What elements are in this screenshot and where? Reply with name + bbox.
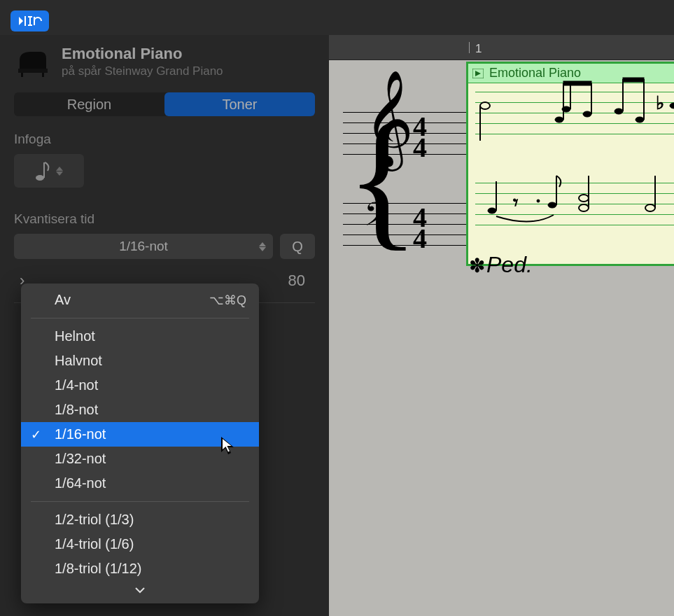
quantize-apply-button[interactable]: Q bbox=[280, 234, 315, 259]
check-icon: ✓ bbox=[31, 427, 41, 442]
quantize-label: Kvantisera tid bbox=[14, 211, 315, 227]
quantize-option[interactable]: 1/2-triol (1/3) bbox=[21, 507, 259, 532]
quantize-select[interactable]: 1/16-not bbox=[14, 234, 273, 259]
catch-playhead-button[interactable] bbox=[10, 10, 49, 31]
chevron-up-icon bbox=[56, 167, 63, 171]
svg-marker-10 bbox=[259, 247, 266, 251]
quantize-selected-value: 1/16-not bbox=[119, 239, 168, 254]
svg-marker-0 bbox=[19, 17, 23, 25]
svg-point-33 bbox=[537, 200, 540, 202]
svg-text:𝄾: 𝄾 bbox=[513, 199, 518, 206]
option-label: 1/8-not bbox=[55, 402, 98, 418]
chevron-down-icon bbox=[134, 587, 146, 594]
quantize-option[interactable]: 1/4-not bbox=[21, 373, 259, 398]
svg-point-30 bbox=[488, 208, 496, 214]
svg-rect-6 bbox=[43, 162, 45, 178]
insert-label: Infoga bbox=[14, 132, 315, 147]
bar-ruler[interactable]: 1 bbox=[329, 35, 674, 60]
quantize-option[interactable]: Halvnot bbox=[21, 349, 259, 373]
tab-region[interactable]: Region bbox=[14, 92, 164, 116]
staff-system-header: { 𝄞 𝄢 4 4 4 4 bbox=[343, 91, 469, 273]
svg-point-15 bbox=[555, 117, 563, 122]
svg-rect-1 bbox=[24, 16, 26, 26]
midi-region[interactable]: Emotional Piano bbox=[466, 62, 674, 266]
svg-point-34 bbox=[548, 202, 556, 208]
insert-note-picker[interactable] bbox=[14, 154, 84, 188]
instrument-icon-piano bbox=[14, 43, 50, 80]
option-label: Halvnot bbox=[55, 353, 102, 369]
option-label: 1/2-triol (1/3) bbox=[55, 512, 134, 528]
score-editor[interactable]: 1 { 𝄞 𝄢 4 4 4 4 Emotional Piano bbox=[329, 35, 674, 616]
timesig-bot-den: 4 bbox=[413, 228, 427, 249]
notes-glyphs: ♭ 𝄾 bbox=[475, 71, 674, 239]
pedal-text: Ped. bbox=[486, 252, 533, 277]
tab-toner[interactable]: Toner bbox=[164, 92, 315, 116]
treble-clef-icon: 𝄞 bbox=[364, 91, 414, 147]
region-title: Emotional Piano bbox=[62, 45, 223, 63]
chevron-down-icon bbox=[259, 247, 266, 251]
svg-point-36 bbox=[579, 204, 589, 211]
inspector-tabs: Region Toner bbox=[14, 92, 315, 116]
svg-point-22 bbox=[615, 108, 623, 114]
quantize-option[interactable]: Helnot bbox=[21, 324, 259, 349]
svg-rect-4 bbox=[42, 73, 44, 77]
option-label: 1/4-triol (1/6) bbox=[55, 536, 134, 552]
option-label: 1/16-not bbox=[55, 426, 106, 442]
pedal-release-icon: ✽ bbox=[469, 255, 485, 276]
menu-more-indicator[interactable] bbox=[21, 581, 259, 596]
quantize-option-off[interactable]: Av ⌥⌘Q bbox=[21, 288, 259, 312]
mouse-cursor bbox=[220, 435, 235, 458]
svg-rect-3 bbox=[21, 73, 23, 77]
svg-point-5 bbox=[36, 175, 44, 181]
pedal-marking: ✽Ped. bbox=[469, 252, 533, 278]
quantize-option[interactable]: 1/4-triol (1/6) bbox=[21, 532, 259, 556]
bass-clef-icon: 𝄢 bbox=[364, 196, 389, 241]
svg-rect-2 bbox=[18, 69, 48, 73]
svg-point-28 bbox=[670, 103, 674, 108]
svg-marker-7 bbox=[56, 167, 63, 171]
option-label: 1/4-not bbox=[55, 377, 98, 393]
menu-separator bbox=[31, 501, 249, 502]
option-label: Helnot bbox=[55, 328, 95, 344]
svg-point-38 bbox=[579, 195, 589, 202]
eighth-note-icon bbox=[35, 160, 50, 182]
chevron-up-icon bbox=[259, 242, 266, 246]
svg-rect-21 bbox=[563, 81, 591, 85]
svg-marker-8 bbox=[56, 172, 63, 176]
quantize-option[interactable]: 1/64-not bbox=[21, 471, 259, 496]
chevron-down-icon bbox=[56, 172, 63, 176]
timesig-top-den: 4 bbox=[413, 137, 427, 158]
quantize-option[interactable]: 1/8-not bbox=[21, 398, 259, 422]
value-right: 80 bbox=[288, 272, 305, 290]
option-label: Av bbox=[55, 292, 71, 308]
option-label: 1/64-not bbox=[55, 475, 106, 491]
menu-separator bbox=[31, 318, 249, 318]
svg-rect-26 bbox=[623, 78, 644, 82]
option-label: 1/32-not bbox=[55, 451, 106, 467]
svg-text:♭: ♭ bbox=[656, 92, 664, 113]
svg-marker-9 bbox=[259, 242, 266, 246]
quantize-stepper[interactable] bbox=[259, 242, 266, 251]
svg-point-23 bbox=[636, 117, 644, 122]
option-label: 1/8-triol (1/12) bbox=[55, 561, 142, 577]
bar-marker-1: 1 bbox=[469, 42, 482, 53]
shortcut-label: ⌥⌘Q bbox=[209, 293, 246, 308]
quantize-option[interactable]: 1/8-triol (1/12) bbox=[21, 556, 259, 581]
region-staff: ♭ 𝄾 bbox=[475, 71, 674, 239]
svg-point-13 bbox=[480, 102, 490, 109]
svg-point-39 bbox=[645, 204, 655, 211]
track-subtitle: på spår Steinway Grand Piano bbox=[62, 64, 223, 78]
svg-point-17 bbox=[583, 111, 591, 117]
insert-stepper[interactable] bbox=[56, 167, 63, 176]
